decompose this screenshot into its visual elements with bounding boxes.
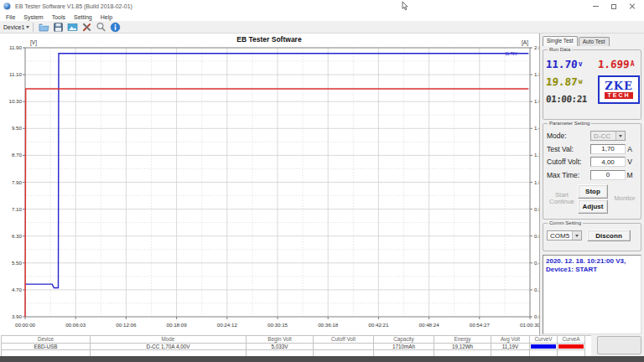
- zoom-icon[interactable]: [96, 22, 106, 33]
- taskbar-strip: [0, 356, 644, 362]
- left-axis-tick-label: 3.90: [12, 313, 23, 319]
- x-axis-tick-label: 00:42:21: [368, 322, 389, 328]
- menu-system[interactable]: System: [23, 14, 43, 20]
- table-cell-device: EBD-USB: [2, 344, 91, 351]
- chart-title: EB Tester Software: [236, 35, 302, 44]
- left-axis-tick-label: 9.50: [12, 125, 23, 131]
- chevron-down-icon: [615, 132, 625, 140]
- table-cell-mode: D-CC 1,70A 4,00V: [91, 344, 247, 351]
- chart-svg[interactable]: EB Tester Software[V][A]11.9011.1010.309…: [0, 34, 539, 335]
- test-val-field[interactable]: 1,70: [590, 144, 626, 154]
- start-continue-button[interactable]: Start Continue: [547, 184, 577, 214]
- mouse-cursor: [402, 2, 409, 11]
- run-data-label: Run Data: [548, 47, 572, 52]
- x-axis-tick-label: 00:36:18: [318, 322, 339, 328]
- log-line: 2020. 12. 18. 10:21:00 V3,: [546, 257, 638, 266]
- disconnect-button[interactable]: Disconn: [587, 230, 631, 241]
- app-icon: [3, 3, 11, 10]
- max-time-label: Max Time:: [547, 171, 590, 179]
- right-axis-unit: [A]: [522, 39, 528, 46]
- left-axis-unit: [V]: [30, 39, 37, 46]
- x-axis-tick-label: 00:00:00: [15, 322, 36, 328]
- column-header: CurveV: [530, 336, 558, 344]
- column-header: Begin Volt: [247, 336, 314, 344]
- comm-setting-label: Comm Setting: [548, 220, 583, 225]
- menu-file[interactable]: File: [6, 14, 15, 20]
- menu-tools[interactable]: Tools: [52, 14, 65, 20]
- export-image-icon[interactable]: [67, 22, 78, 33]
- x-axis-tick-label: 00:48:24: [419, 322, 440, 328]
- minimize-icon: [593, 6, 599, 7]
- save-icon[interactable]: [53, 22, 64, 33]
- adjust-button[interactable]: Adjust: [578, 199, 608, 214]
- tab-auto-test[interactable]: Auto Test: [579, 37, 610, 46]
- close-button[interactable]: [623, 0, 641, 13]
- comm-setting-group: Comm Setting COM5 Disconn: [543, 223, 641, 251]
- toolbar-separator: [33, 23, 34, 32]
- menu-help[interactable]: Help: [101, 14, 112, 20]
- com-port-dropdown[interactable]: COM5: [547, 230, 582, 240]
- column-header: Mode: [91, 336, 247, 344]
- table-cell-capacity: 1710mAh: [374, 344, 434, 351]
- x-axis-tick-label: 00:54:27: [470, 322, 491, 328]
- left-axis-tick-label: 11.90: [9, 44, 23, 50]
- elapsed-time-display: 88:88:8801:00:21: [546, 90, 598, 108]
- curve-end-label: 11.70V: [505, 52, 518, 56]
- monitor-button[interactable]: Monitor: [609, 184, 641, 214]
- x-axis-tick-label: 00:24:12: [217, 322, 238, 328]
- minimize-button[interactable]: [586, 0, 605, 13]
- left-axis-tick-label: 11.10: [9, 71, 23, 77]
- left-axis-tick-label: 6.30: [12, 233, 23, 239]
- power-display: 88.8819.87 w: [546, 73, 598, 90]
- device-selector[interactable]: Device1: [3, 24, 29, 30]
- x-axis-tick-label: 00:18:09: [167, 322, 188, 328]
- column-header: CurveA: [558, 336, 585, 344]
- log-output: 2020. 12. 18. 10:21:00 V3,Device1: START: [543, 255, 641, 334]
- column-header: Cutoff Volt: [314, 336, 374, 344]
- log-line: Device1: START: [546, 266, 638, 274]
- menu-setting[interactable]: Setting: [74, 14, 92, 20]
- info-icon[interactable]: [110, 22, 121, 33]
- column-header: Capacity: [374, 336, 434, 344]
- column-header: Avg Volt: [491, 336, 530, 344]
- column-header: Energy: [434, 336, 491, 344]
- bottom-right-panel: [597, 336, 641, 354]
- curve-a-swatch: [558, 344, 585, 351]
- column-header: Device: [2, 336, 91, 344]
- cutoff-volt-unit: V: [626, 158, 634, 166]
- left-axis-tick-label: 7.10: [12, 206, 23, 212]
- x-axis-tick-label: 00:30:15: [267, 322, 288, 328]
- tab-single-test[interactable]: Single Test: [543, 36, 578, 46]
- x-axis-tick-label: 00:06:03: [65, 322, 86, 328]
- left-axis-tick-label: 4.70: [12, 287, 23, 292]
- toolbar: Device1: [0, 21, 644, 34]
- title-bar: EB Tester Software V1.85 (Build 2018-02-…: [0, 0, 644, 13]
- zke-tech-logo: ZKE TECH: [598, 75, 640, 104]
- chevron-down-icon: [26, 26, 29, 28]
- window-title: EB Tester Software V1.85 (Build 2018-02-…: [15, 3, 132, 9]
- cutoff-volt-field[interactable]: 4,00: [590, 157, 626, 167]
- curve-v-swatch: [530, 344, 558, 351]
- parameter-setting-label: Parameter Setting: [548, 121, 591, 126]
- open-file-icon[interactable]: [39, 22, 49, 33]
- left-axis-tick-label: 5.50: [12, 260, 23, 266]
- table-cell-cutoff-volt: [314, 344, 374, 351]
- cutoff-volt-label: Cutoff Volt:: [547, 158, 590, 166]
- left-axis-tick-label: 7.90: [12, 179, 23, 185]
- maximize-icon: [611, 4, 616, 9]
- x-axis-tick-label: 00:12:06: [116, 322, 137, 328]
- stop-button[interactable]: Stop: [578, 184, 608, 199]
- tab-strip: Single TestAuto Test: [543, 35, 644, 46]
- results-table: DeviceModeBegin VoltCutoff VoltCapacityE…: [1, 335, 591, 358]
- table-cell-avg-volt: 11,19V: [491, 344, 530, 351]
- mode-dropdown[interactable]: D-CC: [590, 131, 626, 141]
- test-val-unit: A: [626, 145, 634, 153]
- table-cell-energy: 19,12Wh: [434, 344, 491, 351]
- test-val-label: Test Val:: [547, 145, 590, 153]
- chart-area: EB Tester Software[V][A]11.9011.1010.309…: [0, 34, 539, 335]
- voltage-display: 88.8811.70 v: [546, 55, 598, 73]
- device-selector-label: Device1: [3, 24, 24, 30]
- max-time-field[interactable]: 0: [590, 170, 626, 180]
- maximize-button[interactable]: [605, 0, 623, 13]
- tools-icon[interactable]: [81, 22, 92, 33]
